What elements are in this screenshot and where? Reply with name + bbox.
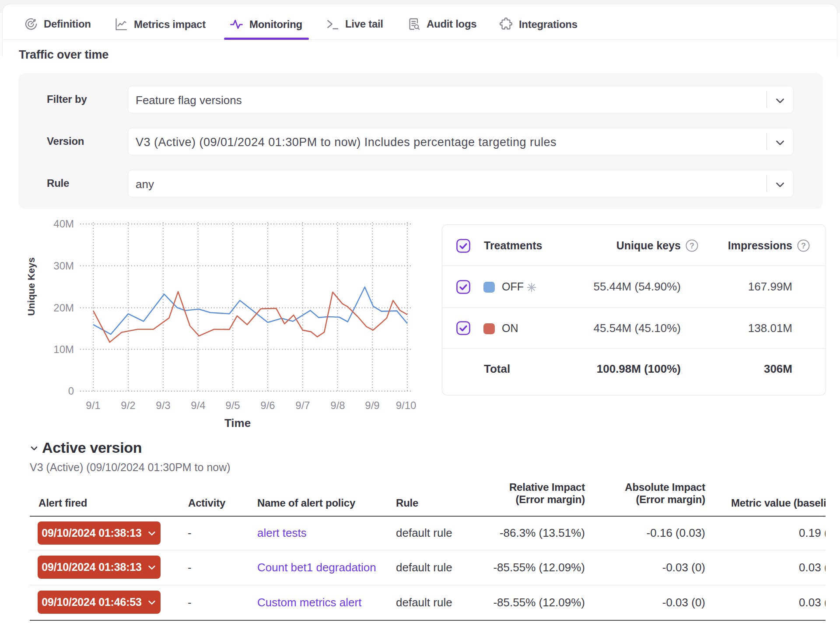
- svg-text:9/2: 9/2: [121, 399, 135, 411]
- svg-text:?: ?: [801, 241, 806, 250]
- svg-text:10M: 10M: [53, 343, 74, 355]
- svg-text:9/8: 9/8: [330, 399, 345, 411]
- svg-text:9/10: 9/10: [396, 399, 416, 411]
- svg-text:9/5: 9/5: [225, 399, 240, 411]
- svg-text:0: 0: [68, 385, 74, 397]
- svg-text:9/7: 9/7: [295, 399, 310, 411]
- svg-text:40M: 40M: [53, 218, 74, 230]
- svg-text:20M: 20M: [53, 302, 74, 314]
- svg-text:9/3: 9/3: [156, 399, 170, 411]
- svg-text:9/9: 9/9: [365, 399, 379, 411]
- svg-text:Unique Keys: Unique Keys: [26, 257, 37, 315]
- svg-text:?: ?: [690, 241, 694, 250]
- svg-text:9/4: 9/4: [191, 399, 205, 411]
- svg-text:9/1: 9/1: [86, 399, 100, 411]
- svg-text:30M: 30M: [53, 260, 74, 272]
- svg-text:Time: Time: [224, 416, 251, 430]
- svg-text:9/6: 9/6: [260, 399, 275, 411]
